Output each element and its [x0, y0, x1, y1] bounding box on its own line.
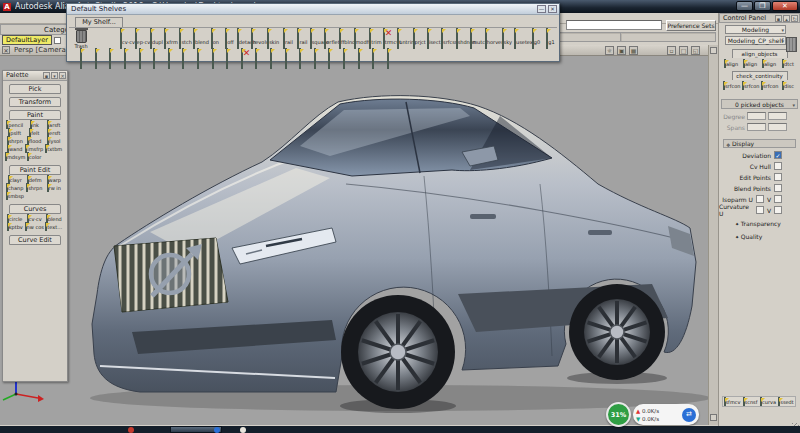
shelf-tool[interactable]: detach	[237, 29, 252, 48]
quality-section[interactable]: Quality	[735, 233, 800, 240]
paint-edit-tool[interactable]: rw in	[44, 184, 64, 191]
shelf-tool[interactable]	[308, 49, 323, 68]
continuity-tool[interactable]: srfcon	[742, 82, 758, 89]
shelf-tool[interactable]: ep·cv	[135, 29, 150, 48]
shelf-tool[interactable]: on	[208, 29, 223, 48]
display-section-header[interactable]: Display	[723, 139, 796, 148]
align-tool[interactable]: align	[761, 60, 777, 67]
shelf-tool[interactable]	[235, 49, 250, 68]
shelf-tool[interactable]: square	[310, 29, 325, 48]
paint-tool[interactable]: txtbm	[44, 145, 64, 152]
preference-sets-button[interactable]: Preference Sets	[666, 20, 716, 31]
strip-marker-icon[interactable]	[710, 47, 717, 54]
degree-u-field[interactable]	[747, 112, 766, 120]
degree-v-field[interactable]	[768, 112, 787, 120]
shelf-tool[interactable]: mutcl	[470, 29, 485, 48]
grid-icon[interactable]: ▦	[629, 46, 638, 55]
strip-marker-icon[interactable]	[710, 414, 717, 421]
tab-my-shelf[interactable]: My Shelf...	[75, 17, 123, 27]
camera-icon[interactable]: ▣	[617, 46, 626, 55]
shelf-tool[interactable]	[278, 49, 293, 68]
paint-tool[interactable]: lysol	[44, 137, 64, 144]
tab-curve-edit[interactable]: Curve Edit	[9, 235, 61, 245]
shelf-tool[interactable]	[147, 49, 162, 68]
viewport-close-icon[interactable]: ✕	[2, 46, 10, 54]
isoparm-v-checkbox[interactable]	[774, 195, 782, 203]
deviation-checkbox[interactable]	[774, 151, 782, 159]
paint-tool[interactable]: arsft	[44, 121, 64, 128]
shelf-tool[interactable]: blend	[193, 29, 208, 48]
editpoints-checkbox[interactable]	[774, 173, 782, 181]
car-model[interactable]	[0, 56, 708, 425]
tab-transform[interactable]: Transform	[9, 97, 61, 107]
paint-tool[interactable]: felt	[25, 129, 45, 136]
shelf-tool[interactable]: revolv	[251, 29, 266, 48]
curves-tool[interactable]: text…	[44, 223, 64, 230]
palette-title-bar[interactable]: Palette ▪ ▾ ✕	[3, 71, 67, 81]
shelf-tool[interactable]	[322, 49, 337, 68]
minimize-button[interactable]: —	[736, 1, 753, 11]
curves-tool[interactable]: nw cos	[25, 223, 45, 230]
tab-pick[interactable]: Pick	[9, 84, 61, 94]
default-layer-chip[interactable]: DefaultLayer	[2, 35, 52, 45]
close-button[interactable]: ✕	[772, 1, 798, 11]
paint-tool[interactable]: imsfrp	[25, 145, 45, 152]
curvature-u-checkbox[interactable]	[756, 206, 764, 214]
cp-refresh-icon[interactable]: ↻	[791, 15, 798, 22]
paint-tool[interactable]: wand	[5, 145, 25, 152]
shelf-tool[interactable]	[132, 49, 147, 68]
continuity-tool[interactable]: disc	[780, 82, 796, 89]
shelf-tool[interactable]	[191, 49, 206, 68]
align-tool[interactable]: align	[723, 60, 739, 67]
shelf-tool[interactable]	[103, 49, 118, 68]
shelf-tool[interactable]: trmcvt	[383, 29, 398, 48]
preset-dropdown[interactable]: Modeling	[725, 25, 786, 34]
paint-edit-tool[interactable]: clayr	[5, 176, 25, 183]
curves-tool[interactable]: blend	[44, 215, 64, 222]
spans-v-field[interactable]	[768, 123, 787, 131]
shelf-tool[interactable]: trim	[368, 29, 383, 48]
shelf-minimize-icon[interactable]: —	[537, 5, 546, 13]
shelf-tool[interactable]: horver	[485, 29, 500, 48]
evaluation-tool[interactable]: scnsf	[742, 398, 759, 405]
viewport-minimize-icon[interactable]: ▫	[667, 46, 676, 55]
palette-collapse-icon[interactable]: ▾	[51, 72, 58, 79]
evaluation-tool[interactable]: sfmcv	[724, 398, 741, 405]
shelf-title-bar[interactable]: Default Shelves — ✕	[67, 4, 559, 15]
paint-tool[interactable]: mdsym	[5, 153, 25, 160]
shelf-tool[interactable]	[74, 49, 89, 68]
shelf-tool[interactable]	[366, 49, 381, 68]
paint-tool[interactable]: ink	[25, 121, 45, 128]
shelf-tool[interactable]	[351, 49, 366, 68]
paint-tool[interactable]: pslft	[5, 129, 25, 136]
tab-check-continuity[interactable]: check_continuity	[732, 71, 788, 80]
curves-tool[interactable]: circle	[5, 215, 25, 222]
viewport-layout-icon[interactable]: ◱	[691, 46, 700, 55]
shelf-tool[interactable]: orflet	[324, 29, 339, 48]
paint-edit-tool[interactable]: shrpn	[25, 184, 45, 191]
maximize-button[interactable]: ❐	[754, 1, 771, 11]
shelf-tool[interactable]	[89, 49, 104, 68]
lightbulb-icon[interactable]: ☼	[605, 46, 614, 55]
continuity-tool[interactable]: srfcon	[723, 82, 739, 89]
tab-paint-edit[interactable]: Paint Edit	[9, 165, 61, 175]
trash-tool[interactable]: Trash	[71, 30, 91, 49]
shelf-tool[interactable]	[293, 49, 308, 68]
shelf-tool[interactable]: shdnon	[456, 29, 471, 48]
layer-visibility-checkbox[interactable]	[54, 37, 61, 44]
shelf-tool[interactable]: prjct	[412, 29, 427, 48]
taskbar-app-icon[interactable]	[240, 427, 246, 433]
shelf-tool[interactable]	[118, 49, 133, 68]
continuity-tool[interactable]: srfcon	[761, 82, 777, 89]
shelf-tool[interactable]	[337, 49, 352, 68]
paint-edit-tool[interactable]: smbsp	[5, 192, 25, 199]
shelf-tool[interactable]: ffblnd	[339, 29, 354, 48]
shelf-tool[interactable]: g1	[543, 29, 558, 48]
evaluation-tool[interactable]: ssedt	[778, 398, 795, 405]
taskbar-app-icon[interactable]	[128, 427, 134, 433]
shelf-tool[interactable]	[380, 49, 395, 68]
align-tool[interactable]: align	[742, 60, 758, 67]
paint-tool[interactable]: shrpn	[5, 137, 25, 144]
shelf-tool[interactable]: xfrm	[164, 29, 179, 48]
curves-tool[interactable]: cv·cv	[25, 215, 45, 222]
